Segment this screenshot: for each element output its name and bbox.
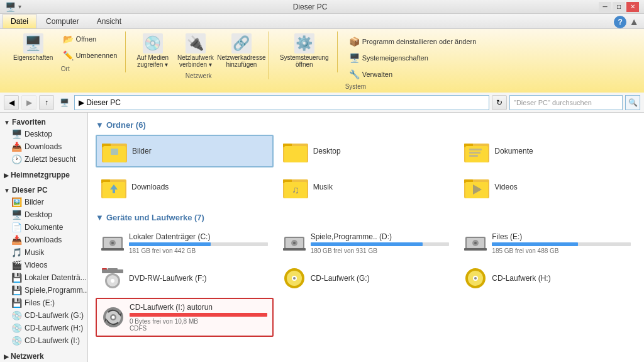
folder-downloads[interactable]: Downloads (96, 171, 274, 203)
sidebar-item-musik[interactable]: 🎵Musik (0, 246, 87, 259)
refresh-button[interactable]: ↻ (492, 95, 507, 110)
systemsteuerung-button[interactable]: ⚙️ Systemsteuerungöffnen (277, 31, 332, 70)
svg-point-29 (111, 242, 114, 244)
drive-d[interactable]: Spiele,Programme.. (D:) 180 GB frei von … (277, 227, 455, 259)
netzlaufwerk-button[interactable]: 🔌 Netzlaufwerkverbinden ▾ (174, 31, 217, 70)
drive-i-bar (130, 313, 267, 317)
drive-h-info: CD-Laufwerk (H:) (492, 274, 631, 283)
zuletzt-icon: 🕐 (11, 154, 22, 164)
auf-medien-button[interactable]: 💿 Auf Medienzugreifen ▾ (133, 31, 172, 70)
sidebar-item-bilder[interactable]: 🖼️Bilder (0, 196, 87, 208)
folder-musik[interactable]: ♫ Musik (277, 171, 455, 203)
title-bar: 🖥️ ▾ Dieser PC ─ □ ✕ (0, 0, 644, 14)
up-button[interactable]: ↑ (39, 95, 54, 110)
drive-h[interactable]: CD-Laufwerk (H:) (458, 263, 636, 294)
cd-i-icon: 💿 (11, 336, 22, 346)
systemeigenschaften-button[interactable]: 🖥️ Systemeigenschaften (345, 50, 480, 65)
heimnetz-label: Heimnetzgruppe (11, 171, 70, 179)
folder-dokumente[interactable]: Dokumente (458, 135, 636, 167)
sidebar-favoriten-header[interactable]: ▼ Favoriten (0, 115, 87, 128)
address-bar: ◀ ▶ ↑ 🖥️ ▶ Dieser PC ↻ "Dieser PC" durch… (0, 93, 644, 113)
svg-rect-3 (111, 149, 118, 155)
musik-label: Musik (25, 248, 44, 257)
netzlaufwerk-icon: 🔌 (186, 33, 206, 54)
search-button[interactable]: 🔍 (625, 95, 640, 110)
minimize-button[interactable]: ─ (599, 2, 611, 12)
oeffnen-label: Öffnen (75, 35, 96, 43)
drive-g[interactable]: CD-Laufwerk (G:) (277, 263, 455, 294)
folder-bilder[interactable]: Bilder (96, 135, 274, 167)
forward-button[interactable]: ▶ (21, 95, 36, 110)
downloads2-icon: 📥 (11, 235, 22, 245)
sidebar-item-cd-h[interactable]: 💿CD-Laufwerk (H:) (0, 322, 87, 334)
folder-videos[interactable]: Videos (458, 171, 636, 203)
tab-datei[interactable]: Datei (3, 14, 36, 28)
umbenennen-button[interactable]: ✏️ Umbenennen (58, 48, 120, 63)
maximize-button[interactable]: □ (613, 2, 625, 12)
netzwerkadresse-icon: 🔗 (231, 33, 252, 54)
search-box[interactable]: "Dieser PC" durchsuchen (509, 95, 623, 110)
videos-label: Videos (25, 261, 47, 269)
cd-h-label: CD-Laufwerk (H:) (25, 324, 83, 332)
dokumente-label: Dokumente (25, 223, 63, 232)
programm-deinstallieren-button[interactable]: 📦 Programm deinstallieren oder ändern (345, 34, 480, 49)
svg-rect-30 (101, 248, 124, 251)
oeffnen-icon: 📂 (62, 33, 74, 45)
drive-f[interactable]: DVD-RW-Laufwerk (F:) (96, 263, 274, 294)
sidebar-netzwerk-header[interactable]: ▶ Netzwerk (0, 349, 87, 362)
sidebar-item-dokumente[interactable]: 📄Dokumente (0, 221, 87, 234)
sidebar-item-spiele[interactable]: 💾Spiele,Programm... (0, 284, 87, 297)
help-button[interactable]: ? (614, 16, 626, 28)
favoriten-arrow: ▼ (4, 119, 10, 126)
ribbon-group-system: 📦 Programm deinstallieren oder ändern 🖥️… (340, 31, 485, 90)
sidebar-item-files[interactable]: 💾Files (E:) (0, 297, 87, 309)
tab-computer[interactable]: Computer (38, 14, 87, 28)
address-path[interactable]: ▶ Dieser PC (74, 95, 489, 110)
systemeigenschaften-icon: 🖥️ (348, 52, 361, 64)
drive-i[interactable]: CD-Laufwerk (I:) autorun 0 Bytes frei vo… (96, 298, 274, 337)
sidebar-item-desktop2[interactable]: 🖥️Desktop (0, 208, 87, 221)
systemsteuerung-label: Systemsteuerungöffnen (280, 54, 329, 68)
sidebar-item-cd-g[interactable]: 💿CD-Laufwerk (G:) (0, 309, 87, 322)
minimize-ribbon-button[interactable]: ▲ (629, 16, 639, 28)
deinstallieren-icon: 📦 (348, 35, 361, 48)
sidebar-dieser-pc-header[interactable]: ▼ Dieser PC (0, 183, 87, 196)
folder-desktop[interactable]: Desktop (277, 135, 455, 167)
folder-videos-name: Videos (494, 183, 517, 191)
window-controls: ─ □ ✕ (599, 2, 639, 12)
sidebar-item-videos[interactable]: 🎬Videos (0, 259, 87, 271)
oeffnen-button[interactable]: 📂 Öffnen (58, 31, 120, 47)
drive-i-bar-bg (130, 313, 267, 317)
tab-ansicht[interactable]: Ansicht (89, 14, 130, 28)
drive-d-icon (283, 232, 306, 254)
folders-arrow: ▼ (96, 120, 104, 130)
verwalten-label: Verwalten (362, 71, 392, 78)
netzwerkadresse-button[interactable]: 🔗 Netzwerkadressehinzufügen (219, 31, 264, 70)
close-button[interactable]: ✕ (626, 2, 639, 12)
downloads-icon: 📥 (11, 142, 22, 152)
sidebar-item-downloads[interactable]: 📥 Downloads (0, 140, 87, 153)
heimnetz-arrow: ▶ (4, 172, 9, 179)
sidebar-section-heimnetz: ▶ Heimnetzgruppe (0, 168, 87, 181)
sidebar-item-lokaler[interactable]: 💾Lokaler Datenträ... (0, 271, 87, 284)
svg-rect-35 (283, 248, 306, 251)
back-button[interactable]: ◀ (4, 95, 19, 110)
verwalten-button[interactable]: 🔧 Verwalten (345, 67, 480, 82)
favoriten-label: Favoriten (12, 118, 46, 127)
drive-c-info: Lokaler Datenträger (C:) 181 GB frei von… (129, 232, 268, 254)
sidebar-heimnetz-header[interactable]: ▶ Heimnetzgruppe (0, 168, 87, 181)
sidebar-item-cd-i[interactable]: 💿CD-Laufwerk (I:) (0, 334, 87, 347)
folder-downloads-icon (101, 176, 126, 198)
folders-section: ▼ Ordner (6) Bilder Desktop (96, 120, 636, 203)
sidebar-item-downloads2[interactable]: 📥Downloads (0, 234, 87, 246)
drive-c[interactable]: Lokaler Datenträger (C:) 181 GB frei von… (96, 227, 274, 259)
netzwerk-buttons: 💿 Auf Medienzugreifen ▾ 🔌 Netzlaufwerkve… (133, 31, 263, 70)
dieser-pc-label: Dieser PC (12, 186, 48, 195)
drive-e[interactable]: Files (E:) 185 GB frei von 488 GB (458, 227, 636, 259)
folder-desktop-name: Desktop (313, 147, 341, 156)
sidebar-item-zuletzt[interactable]: 🕐 Zuletzt besucht (0, 153, 87, 166)
desktop-icon: 🖥️ (11, 129, 22, 139)
drive-c-icon (101, 232, 124, 254)
eigenschaften-button[interactable]: 🖥️ Eigenschaften (10, 31, 56, 63)
sidebar-item-desktop[interactable]: 🖥️ Desktop (0, 128, 87, 140)
